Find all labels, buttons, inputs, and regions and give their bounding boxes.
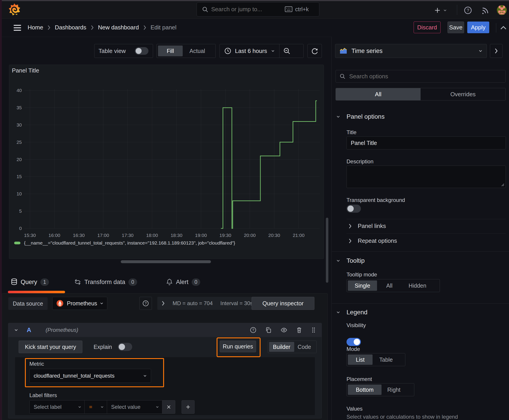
fill-option[interactable]: Fill: [158, 45, 183, 56]
add-filter-button[interactable]: [182, 400, 195, 414]
save-button[interactable]: Save: [448, 22, 464, 33]
panel-title-input[interactable]: [347, 136, 506, 150]
resize-handle-icon[interactable]: [501, 183, 504, 187]
query-help-icon[interactable]: ?: [250, 327, 257, 333]
datasource-picker[interactable]: Prometheus: [52, 297, 107, 310]
datasource-label-box: Data source: [8, 297, 48, 310]
delete-query-trash-icon[interactable]: [296, 327, 302, 333]
code-option[interactable]: Code: [294, 342, 314, 352]
panel-options-header[interactable]: Panel options: [336, 113, 385, 120]
options-search-input[interactable]: [349, 71, 493, 82]
legend-visibility-toggle[interactable]: [347, 338, 361, 346]
refresh-button[interactable]: [307, 44, 322, 58]
tab-transform-badge: 0: [128, 278, 137, 286]
overrides-tab[interactable]: Overrides: [421, 88, 505, 100]
apply-button[interactable]: Apply: [467, 22, 489, 33]
tooltip-all-option[interactable]: All: [377, 280, 402, 291]
metric-select[interactable]: cloudflared_tunnel_total_requests: [29, 369, 151, 383]
drag-grip-icon[interactable]: [311, 327, 316, 333]
tooltip-header[interactable]: Tooltip: [336, 257, 365, 264]
mode-list-option[interactable]: List: [348, 354, 372, 365]
explain-toggle[interactable]: [118, 343, 132, 351]
nav-add-button[interactable]: [434, 7, 447, 14]
title-label: Title: [347, 129, 356, 135]
breadcrumb-bar: Home Dashboards New dashboard Edit panel…: [2, 19, 509, 37]
query-ref-id[interactable]: A: [27, 326, 31, 334]
time-range-label: Last 6 hours: [235, 48, 267, 54]
grafana-logo-icon[interactable]: [8, 3, 21, 16]
toggle-viz-suggestions-button[interactable]: [490, 44, 502, 58]
resize-drag-handle[interactable]: [121, 260, 211, 263]
vertical-scrollbar[interactable]: [326, 218, 328, 283]
panel-description-textarea[interactable]: [347, 165, 506, 188]
tab-alert-badge: 0: [192, 278, 200, 286]
builder-option[interactable]: Builder: [269, 342, 294, 352]
breadcrumb-home[interactable]: Home: [28, 24, 43, 31]
panel-title: Panel Title: [12, 67, 39, 74]
datasource-help-button[interactable]: ?: [139, 297, 152, 310]
divider: [347, 233, 506, 233]
global-search-box[interactable]: ctrl+k: [197, 2, 319, 17]
tab-query-label: Query: [21, 279, 37, 286]
plus-icon: [434, 7, 441, 14]
values-label: Values: [347, 406, 363, 412]
query-builder-inset: Metric cloudflared_tunnel_total_requests…: [15, 357, 315, 415]
visualization-picker[interactable]: Time series: [335, 44, 487, 58]
top-nav: ctrl+k ?: [2, 1, 509, 19]
label-filter-operator-select[interactable]: =: [85, 400, 107, 414]
chevron-right-icon: [161, 301, 165, 306]
placement-right-option[interactable]: Right: [381, 384, 406, 395]
breadcrumb-edit-panel: Edit panel: [151, 24, 177, 31]
actual-option[interactable]: Actual: [183, 45, 212, 56]
table-view-toggle[interactable]: [135, 47, 149, 55]
datasource-value: Prometheus: [67, 300, 97, 307]
kick-start-query-button[interactable]: Kick start your query: [19, 341, 82, 353]
metric-value: cloudflared_tunnel_total_requests: [34, 373, 114, 379]
legend-header[interactable]: Legend: [336, 309, 367, 316]
mode-table-option[interactable]: Table: [372, 354, 400, 365]
chart-legend[interactable]: {__name__="cloudflared_tunnel_total_requ…: [14, 240, 235, 246]
time-series-chart[interactable]: 051015202530354015:3016:0016:3017:0017:3…: [12, 87, 323, 244]
svg-text:?: ?: [145, 301, 147, 305]
breadcrumb-new-dashboard[interactable]: New dashboard: [98, 24, 139, 31]
query-inspector-button[interactable]: Query inspector: [251, 297, 314, 310]
hide-response-eye-icon[interactable]: [280, 327, 288, 333]
label-filter-label-select[interactable]: Select label: [29, 400, 85, 414]
options-max-data-points: MD = auto = 704: [173, 300, 213, 307]
placement-bottom-option[interactable]: Bottom: [348, 384, 381, 395]
zoom-out-icon[interactable]: [283, 47, 291, 55]
search-shortcut-hint: ctrl+k: [295, 6, 309, 13]
metric-label: Metric: [29, 361, 44, 367]
tooltip-hidden-option[interactable]: Hidden: [402, 280, 433, 291]
options-search-box[interactable]: [335, 70, 506, 82]
tab-alert[interactable]: Alert 0: [166, 275, 200, 289]
news-rss-icon[interactable]: [481, 6, 490, 15]
transparent-background-toggle[interactable]: [347, 205, 361, 213]
menu-hamburger-icon[interactable]: [13, 24, 23, 31]
visualization-name: Time series: [351, 48, 383, 54]
time-range-picker[interactable]: Last 6 hours: [220, 44, 304, 58]
collapse-row-icon[interactable]: [14, 328, 19, 332]
all-tab[interactable]: All: [336, 88, 421, 100]
run-queries-button[interactable]: Run queries: [220, 341, 256, 352]
query-row-header[interactable]: A (Prometheus) ?: [8, 323, 322, 337]
panel-links-title: Panel links: [358, 223, 386, 230]
all-overrides-segmented: All Overrides: [335, 88, 506, 100]
query-editor-area: Data source Prometheus ? MD = auto = 704…: [2, 293, 328, 420]
panel-links-header[interactable]: Panel links: [348, 223, 386, 230]
tab-query[interactable]: Query 1: [11, 275, 49, 289]
breadcrumb-dashboards[interactable]: Dashboards: [55, 24, 86, 31]
tooltip-single-option[interactable]: Single: [348, 280, 377, 291]
query-options-bar[interactable]: MD = auto = 704 Interval = 30s: [157, 297, 263, 310]
remove-filter-button[interactable]: [162, 400, 175, 414]
tab-transform-data[interactable]: Transform data 0: [74, 275, 137, 289]
help-icon[interactable]: ?: [464, 6, 472, 15]
user-avatar[interactable]: [496, 5, 507, 15]
duplicate-query-icon[interactable]: [265, 327, 272, 333]
collapse-pane-icon[interactable]: [500, 25, 507, 31]
global-search-input[interactable]: [211, 3, 270, 15]
discard-button[interactable]: Discard: [414, 22, 441, 33]
description-label: Description: [347, 158, 373, 165]
label-filter-value-select[interactable]: Select value: [107, 400, 162, 414]
repeat-options-header[interactable]: Repeat options: [348, 237, 397, 244]
